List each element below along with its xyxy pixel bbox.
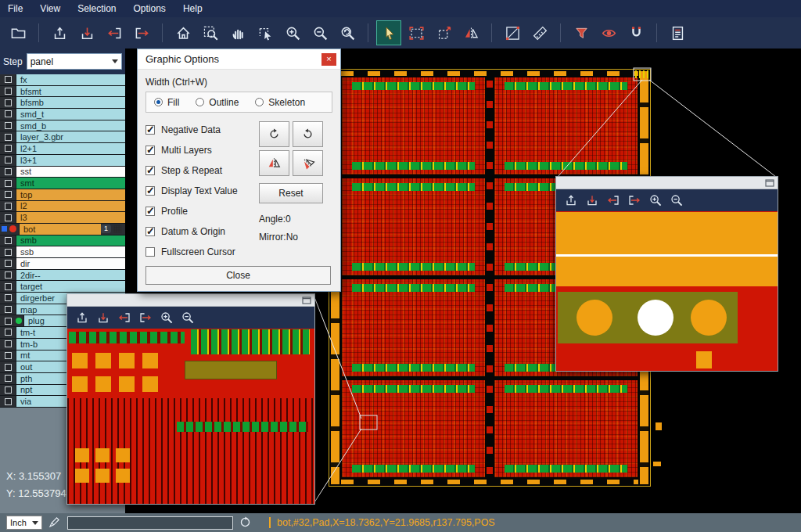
layer-row[interactable]: target (0, 281, 125, 293)
layer-row[interactable]: ssb (0, 246, 125, 258)
dialog-titlebar[interactable]: Graphic Options (138, 49, 340, 70)
layer-row[interactable]: bfsmb (0, 97, 125, 109)
zoom-out-button[interactable] (308, 21, 332, 45)
layer-checkbox[interactable] (5, 237, 12, 244)
refresh-icon[interactable] (239, 516, 252, 529)
zoom-out-button[interactable] (669, 192, 684, 208)
checkbox-fullscreen-cursor[interactable]: Fullscreen Cursor (145, 242, 259, 262)
home-button[interactable] (171, 21, 195, 45)
export-right-button[interactable] (627, 192, 642, 208)
layer-checkbox[interactable] (5, 375, 12, 382)
import-up-button[interactable] (563, 192, 579, 208)
layer-row[interactable]: sst (0, 167, 125, 178)
import-down-button[interactable] (95, 310, 111, 325)
highlight-eye-button[interactable] (597, 21, 620, 45)
command-input[interactable] (67, 516, 233, 530)
layer-row[interactable]: layer_3.gbr (0, 131, 125, 143)
layer-checkbox[interactable] (5, 249, 12, 256)
import-down-button[interactable] (75, 21, 99, 45)
zoom-in-button[interactable] (159, 310, 174, 325)
rotate-ccw-button[interactable] (293, 121, 323, 147)
checkbox-profile[interactable]: Profile (145, 201, 259, 221)
layer-checkbox[interactable] (5, 168, 12, 175)
rotate-cw-button[interactable] (259, 121, 289, 147)
layer-checkbox[interactable] (5, 386, 12, 394)
layer-row[interactable]: smd_t (0, 109, 125, 120)
layer-row[interactable]: l3 (0, 212, 125, 224)
layer-row[interactable]: l3+1 (0, 155, 125, 167)
menu-file[interactable]: File (8, 3, 23, 14)
transform-button[interactable] (432, 21, 455, 45)
diagonal-measure-button[interactable] (501, 21, 524, 45)
annotate-pencil-icon[interactable] (48, 516, 61, 529)
menu-options[interactable]: Options (134, 3, 166, 14)
radio-outline[interactable]: Outline (196, 97, 239, 108)
layer-checkbox[interactable] (5, 306, 12, 313)
menu-selection[interactable]: Selection (77, 3, 116, 14)
import-up-button[interactable] (48, 21, 71, 45)
layer-row-selected[interactable]: bot 1 (0, 224, 125, 235)
lasso-select-button[interactable] (253, 21, 277, 45)
zoom-out-button[interactable] (180, 310, 196, 325)
checkbox-display-text-value[interactable]: Display Text Value (145, 181, 259, 201)
checkbox-datum-origin[interactable]: Datum & Origin (145, 221, 259, 242)
layer-checkbox[interactable] (5, 294, 12, 301)
import-up-button[interactable] (74, 310, 90, 325)
magnifier-titlebar[interactable] (67, 294, 314, 307)
radio-skeleton[interactable]: Skeleton (255, 97, 305, 108)
layer-checkbox[interactable] (5, 203, 12, 210)
magnifier-pcb-view[interactable] (556, 212, 778, 371)
layer-checkbox[interactable] (5, 180, 12, 187)
layer-checkbox[interactable] (5, 340, 12, 347)
zoom-in-button[interactable] (281, 21, 304, 45)
layer-checkbox[interactable] (5, 122, 12, 129)
layer-checkbox[interactable] (5, 191, 12, 198)
magnet-button[interactable] (624, 21, 648, 45)
zoom-in-button[interactable] (648, 192, 663, 208)
mirror-diagonal-button[interactable] (293, 150, 323, 176)
layer-checkbox[interactable] (5, 283, 12, 290)
layer-checkbox[interactable] (5, 318, 12, 325)
layer-row[interactable]: smb (0, 235, 125, 247)
layer-row[interactable]: smd_b (0, 120, 125, 132)
layer-checkbox[interactable] (5, 110, 12, 117)
layer-row[interactable]: 2dir-- (0, 270, 125, 282)
zoom-region-button[interactable] (199, 21, 222, 45)
import-down-button[interactable] (584, 192, 600, 208)
layer-row[interactable]: l2+1 (0, 143, 125, 155)
checkbox-multi-layers[interactable]: Multi Layers (145, 140, 259, 160)
export-left-button[interactable] (605, 192, 621, 208)
zoom-previous-button[interactable] (336, 21, 359, 45)
layer-checkbox[interactable] (5, 88, 12, 95)
magnifier-titlebar[interactable] (556, 177, 778, 189)
layer-checkbox[interactable] (5, 99, 12, 106)
layer-checkbox[interactable] (5, 214, 12, 221)
layer-checkbox[interactable] (5, 76, 12, 83)
layer-checkbox[interactable] (5, 260, 12, 267)
layer-checkbox[interactable] (5, 156, 12, 164)
layer-row[interactable]: top (0, 189, 125, 201)
menu-help[interactable]: Help (183, 3, 203, 14)
filter-button[interactable] (569, 21, 593, 45)
magnifier-pcb-view[interactable] (67, 329, 314, 504)
report-button[interactable] (666, 21, 689, 45)
step-select[interactable]: panel (27, 53, 122, 70)
export-left-button[interactable] (117, 310, 132, 325)
window-restore-icon[interactable] (302, 297, 311, 304)
layer-checkbox[interactable] (5, 145, 12, 152)
mirror-tool-button[interactable] (459, 21, 483, 45)
unit-select[interactable]: Inch (6, 516, 42, 530)
reset-button[interactable]: Reset (259, 183, 323, 203)
pan-hand-button[interactable] (226, 21, 250, 45)
layer-checkbox[interactable] (5, 352, 12, 359)
close-icon[interactable]: × (321, 53, 336, 66)
layer-checkbox[interactable] (5, 329, 12, 336)
layer-row[interactable]: dir (0, 258, 125, 270)
radio-fill[interactable]: Fill (154, 97, 179, 108)
export-right-button[interactable] (130, 21, 153, 45)
close-button[interactable]: Close (145, 266, 331, 285)
layer-row[interactable]: smt (0, 178, 125, 189)
layer-checkbox[interactable] (5, 398, 12, 405)
checkbox-negative-data[interactable]: Negative Data (145, 120, 259, 140)
open-folder-button[interactable] (6, 21, 30, 45)
